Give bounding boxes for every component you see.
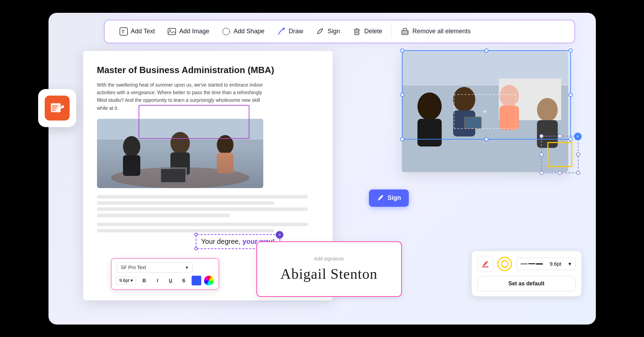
toolbar-remove-all[interactable]: Remove all elements bbox=[394, 24, 477, 39]
remove-all-label: Remove all elements bbox=[412, 28, 470, 35]
doc-line bbox=[97, 207, 308, 211]
doc-line bbox=[97, 214, 230, 217]
bold-button[interactable]: B bbox=[139, 275, 149, 286]
stroke-color-inner bbox=[501, 260, 509, 268]
svg-point-3 bbox=[169, 29, 171, 31]
svg-rect-10 bbox=[97, 119, 263, 188]
toolbar-add-text[interactable]: T Add Text bbox=[113, 24, 161, 39]
draw-icon bbox=[277, 27, 286, 36]
shape-close-btn[interactable]: × bbox=[574, 133, 582, 140]
crop-icon: + bbox=[482, 107, 487, 116]
toolbar-sign[interactable]: Sign bbox=[309, 24, 346, 39]
strikethrough-button[interactable]: S bbox=[178, 275, 189, 286]
svg-rect-34 bbox=[482, 266, 488, 267]
stroke-size-value: 9.6pt bbox=[550, 261, 561, 267]
set-default-label: Set as default bbox=[508, 281, 544, 286]
sig-label: Add signature bbox=[314, 256, 344, 261]
svg-rect-19 bbox=[159, 167, 187, 185]
draw-label: Draw bbox=[289, 28, 303, 35]
shape-handle-ml bbox=[539, 152, 544, 157]
svg-point-24 bbox=[417, 92, 442, 120]
doc-lines-2 bbox=[97, 223, 319, 232]
toolbar-draw[interactable]: Draw bbox=[271, 24, 309, 39]
add-image-label: Add Image bbox=[179, 28, 209, 35]
italic-button[interactable]: I bbox=[152, 275, 162, 286]
svg-rect-14 bbox=[123, 155, 140, 176]
app-logo bbox=[38, 89, 76, 127]
bold-label: B bbox=[142, 278, 146, 283]
svg-rect-7 bbox=[402, 30, 408, 35]
selection-handle-tl bbox=[194, 233, 198, 236]
font-size-arrow: ▾ bbox=[131, 278, 133, 283]
doc-title: Master of Business Administration (MBA) bbox=[97, 65, 319, 76]
svg-rect-20 bbox=[161, 169, 185, 182]
yellow-square-shape[interactable] bbox=[547, 142, 572, 167]
stroke-color-btn[interactable] bbox=[477, 256, 493, 272]
text-icon: T bbox=[119, 27, 128, 36]
doc-body: With the sweltering heat of summer upon … bbox=[97, 81, 270, 112]
font-select-arrow: ▾ bbox=[186, 265, 188, 270]
toolbar-add-shape[interactable]: Add Shape bbox=[215, 24, 271, 39]
svg-point-12 bbox=[111, 167, 249, 188]
color-picker-btn[interactable] bbox=[204, 276, 214, 285]
toolbar: T Add Text Add Image Add Shape bbox=[104, 20, 575, 43]
font-size-value: 9.6pt bbox=[120, 278, 130, 283]
toolbar-add-image[interactable]: Add Image bbox=[161, 24, 215, 39]
svg-point-4 bbox=[223, 28, 230, 35]
toolbar-delete[interactable]: Delete bbox=[346, 24, 388, 39]
img-handle-mr bbox=[568, 93, 573, 97]
sign-label: Sign bbox=[327, 28, 340, 35]
svg-rect-16 bbox=[170, 152, 190, 175]
shape-handle-mr bbox=[576, 152, 580, 157]
logo-inner bbox=[45, 96, 70, 121]
svg-point-15 bbox=[170, 132, 190, 154]
shape-handle-tl bbox=[539, 134, 544, 138]
doc-lines bbox=[97, 195, 319, 217]
image-icon bbox=[167, 27, 176, 36]
stroke-size-arrow: ▾ bbox=[568, 261, 571, 267]
stroke-lines-icon bbox=[521, 263, 543, 265]
font-size-select[interactable]: 9.6pt ▾ bbox=[116, 276, 136, 285]
shape-handle-tm bbox=[558, 134, 562, 138]
doc-image bbox=[97, 119, 263, 188]
image-crop-indicator: + bbox=[454, 94, 516, 129]
svg-point-9 bbox=[61, 105, 64, 108]
underline-label: U bbox=[169, 278, 172, 283]
sign-floating-btn[interactable]: Sign bbox=[369, 189, 409, 207]
delete-icon bbox=[352, 27, 361, 36]
shape-style-toolbar: 9.6pt ▾ Set as default bbox=[471, 250, 582, 297]
underline-button[interactable]: U bbox=[165, 275, 176, 286]
signature-text: Abigail Stenton bbox=[281, 266, 378, 282]
strikethrough-label: S bbox=[182, 278, 185, 283]
doc-line bbox=[97, 229, 274, 232]
italic-label: I bbox=[157, 278, 158, 283]
svg-point-17 bbox=[217, 135, 233, 154]
svg-point-30 bbox=[537, 98, 558, 122]
add-text-label: Add Text bbox=[131, 28, 155, 35]
stroke-size-select[interactable]: 9.6pt ▾ bbox=[516, 258, 576, 270]
selected-text-normal: Your degree, bbox=[201, 238, 241, 245]
delete-label: Delete bbox=[364, 28, 382, 35]
close-selection-btn[interactable]: × bbox=[276, 231, 283, 239]
svg-rect-2 bbox=[168, 28, 176, 35]
text-format-toolbar: SF Pro Text ▾ 9.6pt ▾ B I U S bbox=[111, 258, 220, 290]
shape-icon bbox=[222, 27, 231, 36]
sign-btn-icon bbox=[377, 194, 384, 202]
selection-handle-bl bbox=[194, 247, 198, 250]
font-family-value: SF Pro Text bbox=[121, 265, 146, 270]
shape-handle-br bbox=[576, 171, 580, 175]
svg-text:T: T bbox=[122, 29, 125, 35]
set-default-btn[interactable]: Set as default bbox=[477, 276, 576, 291]
signature-panel: Add signature Abigail Stenton bbox=[256, 241, 402, 297]
svg-rect-18 bbox=[217, 153, 233, 174]
svg-point-13 bbox=[123, 136, 140, 157]
toolbar-divider bbox=[391, 25, 391, 38]
svg-rect-11 bbox=[97, 140, 263, 188]
doc-line bbox=[97, 223, 308, 226]
add-shape-label: Add Shape bbox=[233, 28, 264, 35]
shape-stroke-color[interactable] bbox=[497, 257, 512, 271]
text-color-swatch[interactable] bbox=[192, 276, 201, 285]
sign-btn-label: Sign bbox=[388, 194, 401, 202]
doc-line bbox=[97, 195, 308, 198]
font-family-select[interactable]: SF Pro Text ▾ bbox=[116, 262, 193, 273]
